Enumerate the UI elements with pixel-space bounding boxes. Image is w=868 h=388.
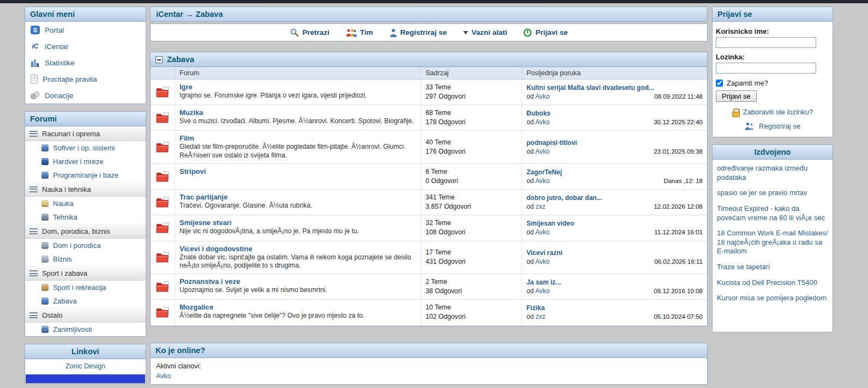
forums-menu-item[interactable]: Hardver i mreze xyxy=(25,155,146,168)
featured-topic-link[interactable]: spasio se jer se pravio mrtav xyxy=(717,189,828,198)
forum-name-link[interactable]: Vicevi i dogodovstine xyxy=(179,245,252,253)
forgot-password-link[interactable]: Zaboravili ste lozinku? xyxy=(743,108,813,116)
register-button[interactable]: Registriraj se xyxy=(390,28,447,37)
forum-description: Sve o muzici. Izvođaći. Albumi. Pjesme. … xyxy=(179,117,416,126)
last-post-user-link[interactable]: Avko xyxy=(535,148,549,155)
forums-menu-item[interactable]: Dom i porodica xyxy=(25,239,146,252)
forum-name-link[interactable]: Muzika xyxy=(179,108,203,117)
forum-name-link[interactable]: Igre xyxy=(179,83,193,91)
last-post-user-link[interactable]: Avko xyxy=(535,228,549,236)
last-post-title-link[interactable]: podnapisi-titlovi xyxy=(526,139,703,147)
active-members-label: Aktivni clanovi: xyxy=(156,361,702,371)
forum-name-link[interactable]: Mozgalice xyxy=(179,303,213,311)
forums-menu-item[interactable]: Tehnika xyxy=(25,210,146,224)
main-menu-item[interactable]: Procitajte pravila xyxy=(25,71,146,87)
forum-name-link[interactable]: Smijesne stvari xyxy=(179,219,231,227)
by-label: od xyxy=(526,177,534,185)
last-post-author: od Avko xyxy=(526,148,550,155)
last-post-date: 09.12.2016 10:08 xyxy=(654,288,703,294)
forum-category-icon xyxy=(29,312,38,318)
login-submit-button[interactable]: Prijavi se xyxy=(716,90,757,102)
featured-topic-link[interactable]: Timeout Expired - kako da povećam vreme … xyxy=(717,204,828,222)
last-post-user-link[interactable]: Avko xyxy=(535,93,549,100)
important-tools-button[interactable]: Vazni alati xyxy=(463,28,507,37)
links-header: Linkovi xyxy=(25,344,146,359)
forums-menu-item[interactable]: Nauka i tehnika xyxy=(25,182,146,197)
last-post-cell: Vicevi razni od Avko 06.02.2026 16:11 xyxy=(522,241,707,274)
forums-menu-item[interactable]: Sport i zabava xyxy=(25,266,146,281)
featured-topic-link[interactable]: 18 Common Work E-mail Mistakes/ 18 najče… xyxy=(717,229,828,256)
row-icon-cell xyxy=(151,241,175,274)
folder-icon xyxy=(155,112,170,124)
featured-panel-title: Izdvojeno xyxy=(755,148,791,156)
featured-topic-link[interactable]: Kursor misa se pomijera pogledom xyxy=(717,294,828,303)
main-menu-item[interactable]: Portal xyxy=(25,22,146,38)
forums-menu-item[interactable]: Softver i op. sistemi xyxy=(25,141,146,155)
last-post-user-link[interactable]: Avko xyxy=(535,258,549,265)
last-post-title-link[interactable]: Kultni serijal Mafia slavi dvadesetu god… xyxy=(526,84,703,92)
forums-menu-item-label: Tehnika xyxy=(53,213,77,221)
last-post-title-link[interactable]: Ja sam iz... xyxy=(526,278,703,286)
topic-count: 341 Teme xyxy=(426,193,517,202)
last-post-title-link[interactable]: Vicevi razni xyxy=(526,249,703,257)
menu-item-label: Procitajte pravila xyxy=(43,75,97,83)
breadcrumb-parent-link[interactable]: iCentar xyxy=(156,10,183,19)
team-button[interactable]: Tim xyxy=(346,28,373,37)
forums-menu-item[interactable]: Racunari i oprema xyxy=(25,126,146,141)
forum-name-link[interactable]: Film xyxy=(179,134,194,142)
by-label: od xyxy=(526,93,534,100)
last-post-user-link[interactable]: zxz xyxy=(536,313,546,320)
active-member-link[interactable]: Avko xyxy=(156,372,171,380)
forum-description: Upoznajmo se. Svijet je velik a mi nismo… xyxy=(179,286,416,295)
forum-description: Gledali ste film-preporučite. Å½elite po… xyxy=(179,143,416,160)
remember-me-label: Zapamti me? xyxy=(727,79,768,87)
featured-topic-link[interactable]: Kucista od Dell Precision T5400 xyxy=(717,278,828,288)
stats-cell: 33 Teme 297 Odgovori xyxy=(421,80,522,105)
password-field[interactable] xyxy=(716,63,816,74)
forums-menu-item[interactable]: Nauka xyxy=(25,197,146,210)
search-button[interactable]: Pretrazi xyxy=(290,28,330,37)
last-post-title-link[interactable]: Fizika xyxy=(526,304,703,312)
last-post-title-link[interactable]: Đuboks xyxy=(526,110,703,117)
main-menu-item[interactable]: Statistike xyxy=(25,54,146,71)
featured-panel-header: Izdvojeno xyxy=(713,145,833,160)
last-post-meta: od zxz 12.02.2026 12:08 xyxy=(526,203,703,210)
online-panel-title: Ko je online? xyxy=(155,346,205,355)
featured-topic-link[interactable]: Traze se tapetari xyxy=(717,263,828,272)
last-post-user-link[interactable]: Avko xyxy=(535,118,549,126)
last-post-title-link[interactable]: ZagorTeNej xyxy=(526,168,703,176)
search-label: Pretrazi xyxy=(302,28,330,37)
remember-me-checkbox[interactable] xyxy=(716,80,723,87)
forums-menu-item[interactable]: Sport i rekreacija xyxy=(25,281,146,294)
forum-name-link[interactable]: Poznanstva i veze xyxy=(179,277,240,286)
external-link[interactable]: Zonic Design xyxy=(25,359,146,373)
main-menu-item[interactable]: iCentar xyxy=(25,38,146,54)
forums-menu-item[interactable]: Dom, porodica, biznis xyxy=(25,224,146,239)
last-post-title-link[interactable]: dobro jutro, dobar dan... xyxy=(526,194,703,202)
forums-menu-item[interactable]: Programiranje i baze xyxy=(25,168,146,182)
forums-menu-item[interactable]: Zanimljivosti xyxy=(25,323,146,336)
last-post-user-link[interactable]: Avko xyxy=(535,177,549,185)
last-post-title-link[interactable]: Smijesan video xyxy=(526,220,703,227)
forum-name-link[interactable]: Trac partijanje xyxy=(179,193,228,201)
forums-menu-item[interactable]: Ostalo xyxy=(25,308,146,323)
main-menu-item[interactable]: Donacije xyxy=(25,87,146,104)
forums-menu-item[interactable]: Biznis xyxy=(25,252,146,266)
collapse-icon[interactable] xyxy=(155,56,163,63)
last-post-user-link[interactable]: zxz xyxy=(536,203,546,210)
folder-icon xyxy=(155,281,170,293)
reply-count: 176 Odgovori xyxy=(426,147,517,156)
forum-name-link[interactable]: Stripovi xyxy=(179,167,206,175)
featured-topic-link[interactable]: određivanje razmaka između podataka xyxy=(717,164,828,182)
forum-cell: Vicevi i dogodovstine Znate dobar vic, i… xyxy=(175,241,421,274)
username-field[interactable] xyxy=(716,37,816,48)
register-link[interactable]: Registriraj se xyxy=(759,122,800,130)
login-button-toolbar[interactable]: Prijavi se xyxy=(523,28,567,37)
last-post-user-link[interactable]: Avko xyxy=(535,287,549,295)
table-row: Stripovi 6 Teme 0 Odgovori ZagorTeNej od… xyxy=(151,164,707,190)
menu-item-label: Portal xyxy=(45,26,64,34)
forums-menu-item[interactable]: Zabava xyxy=(25,294,146,308)
stats-cell: 341 Teme 3,657 Odgovori xyxy=(421,190,522,215)
banner-strip[interactable] xyxy=(26,374,145,383)
last-post-meta: od Avko 08.09.2022 11:48 xyxy=(526,93,703,100)
